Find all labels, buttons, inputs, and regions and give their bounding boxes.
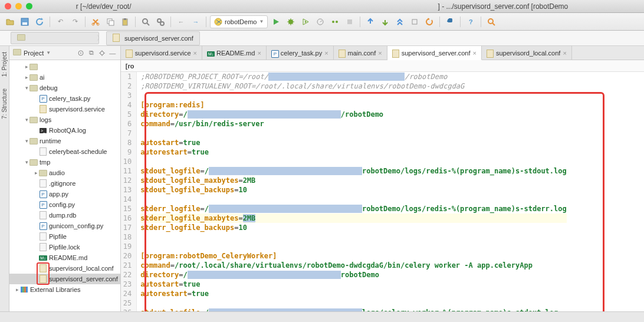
editor-tab[interactable]: supervisord_server.conf× [387,46,482,60]
help-icon[interactable]: ? [464,15,477,28]
locate-icon[interactable] [77,49,85,57]
breadcrumb-project[interactable]: 〉 [11,32,99,44]
editor-tab[interactable]: README.md× [202,46,267,60]
vcs-commit-icon[interactable] [379,15,392,28]
tree-node[interactable]: Pipfile.lock [9,242,120,252]
run-icon[interactable] [270,15,282,28]
window-close[interactable] [5,3,11,9]
forward-icon[interactable]: → [189,15,202,28]
find-icon[interactable] [139,15,152,28]
code-line[interactable]: stderr_logfile=/ robotDemo/logs/redis-%(… [140,204,567,213]
code-line[interactable]: [program:redis] [140,100,567,110]
vcs-revert-icon[interactable] [408,15,421,28]
copy-icon[interactable] [104,15,117,28]
code-line[interactable] [140,232,567,242]
vcs-update-icon[interactable] [364,15,377,28]
tree-node[interactable]: ▸ [9,61,120,72]
twist-icon[interactable]: ▾ [24,117,29,123]
twist-icon[interactable]: ▾ [24,85,29,91]
code-line[interactable]: command=/usr/bin/redis-server [140,119,567,129]
tree-node[interactable]: celerybeat-schedule [9,146,120,157]
hide-icon[interactable]: — [109,49,117,57]
replace-icon[interactable] [154,15,167,28]
twist-icon[interactable]: ▸ [24,74,29,80]
editor-tab[interactable]: main.conf× [334,46,387,60]
debug-icon[interactable] [284,15,297,28]
tree-node[interactable]: ▸External Libraries [9,284,120,295]
code-line[interactable]: stdout_logfile_backups=10 [140,185,567,195]
breadcrumb-file[interactable]: supervisord_server.conf [106,31,200,45]
code-line[interactable] [140,242,567,251]
editor-tab[interactable]: supervisord_local.conf× [482,46,572,60]
tree-node[interactable]: ▾runtime [9,136,120,146]
code-line[interactable] [140,298,567,308]
twist-icon[interactable]: ▾ [24,159,29,165]
structure-tool-tab[interactable]: 7: Structure [0,85,9,123]
redo-icon[interactable]: ↷ [68,15,81,28]
project-tool-tab[interactable]: 1: Project [0,48,9,80]
code-line[interactable]: directory=/ /robotDemo [140,110,567,119]
tree-node[interactable]: config.py [9,199,120,210]
undo-icon[interactable]: ↶ [54,15,67,28]
code-line[interactable] [140,129,567,138]
tree-node[interactable]: ▾tmp [9,157,120,167]
window-zoom[interactable] [26,3,32,9]
concurrent-icon[interactable] [328,15,341,28]
tree-node[interactable]: dump.rdb [9,210,120,221]
tree-node[interactable]: ▾debug [9,83,120,93]
tree-node[interactable]: README.md [9,252,120,263]
cut-icon[interactable] [89,15,102,28]
code-line[interactable]: stdout_logfile_maxbytes=2MB [140,176,567,185]
code-line[interactable]: command=/root/.local/share/virtualenvs/r… [140,261,567,270]
code-line[interactable]: autorestart=true [140,289,567,298]
code-line[interactable] [140,157,567,166]
code-line[interactable]: autostart=true [140,280,567,289]
close-icon[interactable]: × [378,50,382,57]
code-line[interactable] [140,91,567,100]
tree-node[interactable]: supervisord_server.conf [9,274,120,284]
code-line[interactable]: ;ROBOTDEMO_PRJOECT_ROOT=/root/ /robotDem… [140,72,567,81]
run-config-selector[interactable]: robotDemo ▼ [210,15,268,28]
code-line[interactable] [140,195,567,204]
tree-node[interactable]: .gitignore [9,178,120,189]
editor-tab[interactable]: celery_task.py× [267,46,334,60]
code-line[interactable]: autorestart=true [140,147,567,157]
code-line[interactable]: stdout_logfile=/ logs/celery-worker-%(pr… [140,308,567,311]
close-icon[interactable]: × [257,50,261,57]
python-console-icon[interactable] [443,15,456,28]
code-editor[interactable]: 1234567891011121314151617181920212223242… [121,72,644,311]
code-line[interactable]: [program:robotDemo_CeleryWorker] [140,251,567,261]
chevron-down-icon[interactable]: ▼ [46,50,51,55]
tree-node[interactable]: app.py [9,189,120,199]
stop-icon[interactable] [343,15,356,28]
code-line[interactable]: directory=/ robotDemo [140,270,567,280]
tree-node[interactable]: celery_task.py [9,93,120,104]
save-icon[interactable] [18,15,31,28]
profile-icon[interactable] [314,15,327,28]
search-everywhere-icon[interactable] [485,15,498,28]
tree-node[interactable]: supervisord.service [9,104,120,114]
close-icon[interactable]: × [563,50,566,57]
tree-node[interactable]: ▸ai [9,72,120,83]
back-icon[interactable]: ← [175,15,188,28]
code-line[interactable]: ;ROBOTDEMO_VIRTUALENV_ROOT=/root/.local/… [140,81,567,91]
refresh-icon[interactable] [33,15,46,28]
coverage-icon[interactable] [299,15,312,28]
twist-icon[interactable]: ▸ [33,170,39,176]
project-tree[interactable]: ▸▸ai▾debugcelery_task.pysupervisord.serv… [9,60,120,311]
close-icon[interactable]: × [193,50,197,57]
tree-node[interactable]: ▾logs [9,114,120,125]
tree-node[interactable]: Pipfile [9,231,120,242]
open-icon[interactable] [4,15,17,28]
vcs-rollback-icon[interactable] [423,15,436,28]
gear-icon[interactable] [98,49,106,57]
tree-node[interactable]: supervisord_local.conf [9,263,120,274]
twist-icon[interactable]: ▾ [24,138,29,144]
close-icon[interactable]: × [324,50,328,57]
tree-node[interactable]: gunicorn_config.py [9,221,120,231]
code-line[interactable]: stderr_logfile_maxbytes=2MB [140,213,567,223]
code-line[interactable]: stdout_logfile=/ robotDemo/logs/redis-%(… [140,166,567,176]
editor-tab[interactable]: supervisord.service× [121,46,202,60]
collapse-all-icon[interactable]: ⧉ [87,49,96,57]
code-line[interactable]: autostart=true [140,138,567,147]
